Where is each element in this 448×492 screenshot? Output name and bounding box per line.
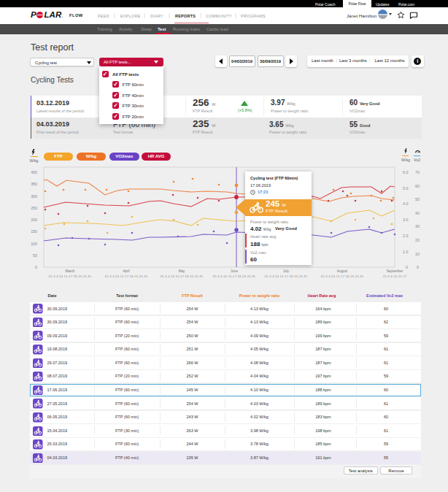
svg-text:2.0: 2.0: [403, 234, 408, 238]
svg-text:5.0: 5.0: [403, 186, 408, 191]
svg-text:250: 250: [31, 206, 37, 210]
svg-text:25-3 4-10 11-17 18-24 25-31: 25-3 4-10 11-17 18-24 25-31: [213, 274, 256, 278]
svg-text:30: 30: [415, 224, 420, 228]
svg-text:50: 50: [415, 197, 420, 201]
svg-text:25-3 4-10 11-17: 25-3 4-10 11-17: [383, 274, 407, 278]
svg-text:350: 350: [31, 182, 37, 186]
svg-text:1.0: 1.0: [403, 250, 408, 254]
svg-text:May: May: [179, 269, 185, 273]
svg-text:20: 20: [415, 238, 420, 242]
svg-text:0: 0: [35, 265, 37, 269]
svg-text:50: 50: [33, 253, 37, 258]
svg-text:June: June: [231, 269, 238, 273]
svg-text:300: 300: [31, 194, 37, 199]
svg-text:0: 0: [417, 265, 419, 269]
svg-text:3.0: 3.0: [403, 218, 408, 222]
svg-text:July: July: [283, 269, 290, 273]
svg-text:March: March: [66, 269, 75, 273]
svg-text:25-3 4-10 11-17 18-24 25-31: 25-3 4-10 11-17 18-24 25-31: [161, 274, 204, 278]
svg-text:0: 0: [406, 265, 408, 269]
svg-text:September: September: [387, 269, 403, 273]
svg-text:200: 200: [31, 218, 37, 222]
svg-text:40: 40: [415, 211, 420, 215]
svg-text:25-3 4-10 11-17 18-24 25-31: 25-3 4-10 11-17 18-24 25-31: [321, 274, 364, 278]
svg-text:25-3 4-10 11-17 18-24 25-31: 25-3 4-10 11-17 18-24 25-31: [49, 274, 92, 278]
svg-text:10: 10: [415, 252, 420, 256]
svg-text:70: 70: [415, 170, 420, 174]
svg-text:April: April: [123, 269, 129, 273]
svg-text:6.0: 6.0: [403, 170, 408, 174]
svg-text:25-3 4-10 11-17 18-24 25-31: 25-3 4-10 11-17 18-24 25-31: [105, 274, 148, 278]
svg-text:100: 100: [31, 242, 37, 246]
svg-text:150: 150: [31, 229, 37, 234]
svg-text:60: 60: [415, 184, 420, 188]
svg-text:August: August: [337, 269, 348, 273]
svg-text:400: 400: [31, 170, 37, 174]
svg-text:4.0: 4.0: [403, 201, 408, 206]
svg-text:25-3 4-10 11-17 18-24 25-31: 25-3 4-10 11-17 18-24 25-31: [265, 274, 308, 278]
